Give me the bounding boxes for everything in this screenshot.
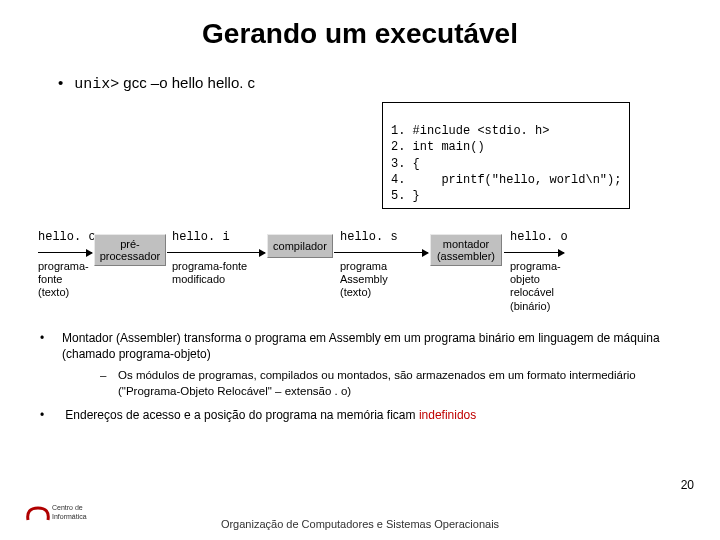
assembler-box: montador (assembler) [430,234,502,266]
compiler-box: compilador [267,234,333,258]
stage-file-s: hello. s [340,230,398,244]
code-line: 2. int main() [391,140,485,154]
stage-sub-o: programa- objeto relocável (binário) [510,260,561,313]
bullet-text-red: indefinidos [419,408,476,422]
logo-text-line2: Informática [52,513,87,520]
bullet-item: Endereços de acesso e a posição do progr… [40,407,690,423]
stage-sub-i: programa-fonte modificado [172,260,247,286]
command-line: • unix> gcc –o hello hello. c [58,74,720,93]
code-line: 4. printf("hello, world\n"); [391,173,621,187]
stage-file-i: hello. i [172,230,230,244]
logo-text-line1: Centro de [52,504,83,511]
page-number: 20 [681,478,694,492]
code-line: 5. } [391,189,420,203]
bullet-text-a: Endereços de acesso e a posição do progr… [65,408,419,422]
prompt-text: unix> [74,76,119,93]
code-line: 3. { [391,157,420,171]
bullet-item: Montador (Assembler) transforma o progra… [40,330,690,362]
code-listing: 1. #include <stdio. h> 2. int main() 3. … [382,102,630,209]
sub-bullet-item: Os módulos de programas, compilados ou m… [100,368,690,399]
footer-text: Organização de Computadores e Sistemas O… [0,518,720,530]
stage-sub-s: programa Assembly (texto) [340,260,388,300]
code-line: 1. #include <stdio. h> [391,124,549,138]
stage-sub-c: programa- fonte (texto) [38,260,89,300]
bullet-list: Montador (Assembler) transforma o progra… [40,330,690,430]
arrow-icon [334,252,428,253]
arrow-icon [504,252,564,253]
page-title: Gerando um executável [0,18,720,50]
compilation-pipeline: hello. c programa- fonte (texto) pré- pr… [38,230,688,320]
logo: Centro de Informática [24,498,104,526]
stage-file-c: hello. c [38,230,96,244]
command-args: gcc –o hello hello. c [123,74,255,91]
arrow-icon [38,252,92,253]
stage-file-o: hello. o [510,230,568,244]
preprocessor-box: pré- processador [94,234,166,266]
arrow-icon [167,252,265,253]
